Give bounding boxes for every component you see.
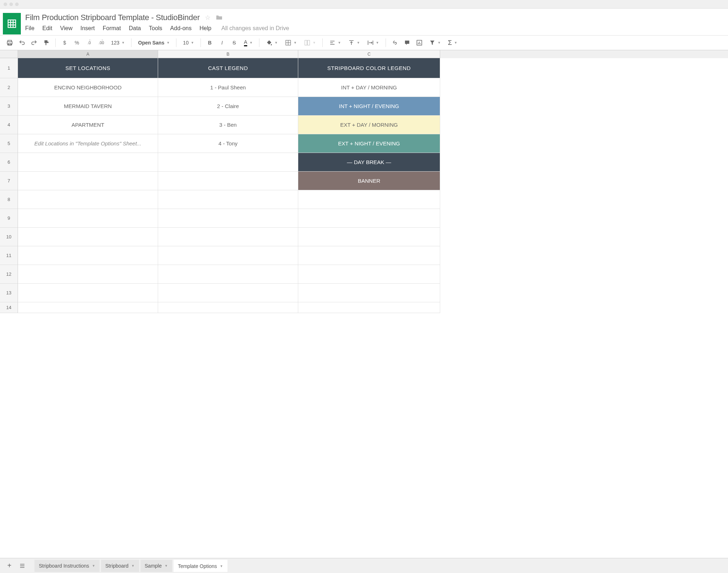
cell-c2[interactable]: INT + DAY / MORNING xyxy=(298,78,440,97)
cell-b2[interactable]: 1 - Paul Sheen xyxy=(158,78,298,97)
cell-a14[interactable] xyxy=(18,302,158,313)
text-color-dropdown[interactable]: A▼ xyxy=(241,37,255,48)
row-header-10[interactable]: 10 xyxy=(0,228,18,246)
filter-dropdown[interactable]: ▼ xyxy=(426,37,444,48)
cell-a1[interactable]: SET LOCATIONS xyxy=(18,58,158,78)
cell-a4[interactable]: APARTMENT xyxy=(18,116,158,134)
menu-format[interactable]: Format xyxy=(103,25,121,32)
menu-file[interactable]: File xyxy=(25,25,34,32)
menu-view[interactable]: View xyxy=(60,25,72,32)
cell-c4[interactable]: EXT + DAY / MORNING xyxy=(298,116,440,134)
cell-a6[interactable] xyxy=(18,153,158,172)
horizontal-align-dropdown[interactable]: ▼ xyxy=(326,37,344,48)
column-header-b[interactable]: B xyxy=(158,50,298,58)
column-header-a[interactable]: A xyxy=(18,50,158,58)
cell-c9[interactable] xyxy=(298,209,440,228)
row-header-8[interactable]: 8 xyxy=(0,190,18,209)
bold-button[interactable]: B xyxy=(204,37,215,48)
cell-a8[interactable] xyxy=(18,190,158,209)
comment-icon[interactable] xyxy=(402,37,413,48)
cell-a10[interactable] xyxy=(18,228,158,246)
window-dot-close[interactable] xyxy=(4,3,7,6)
cell-b13[interactable] xyxy=(158,284,298,302)
row-header-6[interactable]: 6 xyxy=(0,153,18,172)
window-dot-minimize[interactable] xyxy=(9,3,13,6)
italic-button[interactable]: I xyxy=(217,37,227,48)
menu-addons[interactable]: Add-ons xyxy=(170,25,192,32)
redo-icon[interactable] xyxy=(29,37,40,48)
cell-a7[interactable] xyxy=(18,172,158,190)
cell-a12[interactable] xyxy=(18,265,158,284)
decrease-decimal-button[interactable]: .0← xyxy=(84,37,95,48)
cell-a11[interactable] xyxy=(18,246,158,265)
merge-cells-dropdown[interactable]: ▼ xyxy=(301,37,319,48)
row-header-13[interactable]: 13 xyxy=(0,284,18,302)
strikethrough-button[interactable]: S xyxy=(229,37,240,48)
cell-a9[interactable] xyxy=(18,209,158,228)
cell-c7[interactable]: BANNER xyxy=(298,172,440,190)
cell-c14[interactable] xyxy=(298,302,440,313)
row-header-1[interactable]: 1 xyxy=(0,58,18,78)
cell-c5[interactable]: EXT + NIGHT / EVENING xyxy=(298,134,440,153)
paint-format-icon[interactable] xyxy=(41,37,52,48)
number-format-dropdown[interactable]: 123▼ xyxy=(108,37,128,48)
cell-b5[interactable]: 4 - Tony xyxy=(158,134,298,153)
cell-b6[interactable] xyxy=(158,153,298,172)
select-all-corner[interactable] xyxy=(0,50,18,58)
increase-decimal-button[interactable]: .00→ xyxy=(96,37,107,48)
cell-c6[interactable]: — DAY BREAK — xyxy=(298,153,440,172)
star-icon[interactable]: ☆ xyxy=(205,14,211,22)
cell-c13[interactable] xyxy=(298,284,440,302)
font-dropdown[interactable]: Open Sans▼ xyxy=(135,37,172,48)
percent-button[interactable]: % xyxy=(72,37,82,48)
cell-b12[interactable] xyxy=(158,265,298,284)
row-header-2[interactable]: 2 xyxy=(0,78,18,97)
fill-color-dropdown[interactable]: ▼ xyxy=(263,37,281,48)
menu-data[interactable]: Data xyxy=(129,25,141,32)
cell-b14[interactable] xyxy=(158,302,298,313)
folder-icon[interactable] xyxy=(216,14,223,22)
cell-b7[interactable] xyxy=(158,172,298,190)
row-header-5[interactable]: 5 xyxy=(0,134,18,153)
sheets-app-icon[interactable] xyxy=(3,13,21,34)
link-icon[interactable] xyxy=(390,37,400,48)
cell-b3[interactable]: 2 - Claire xyxy=(158,97,298,116)
row-header-9[interactable]: 9 xyxy=(0,209,18,228)
cell-c12[interactable] xyxy=(298,265,440,284)
cell-b9[interactable] xyxy=(158,209,298,228)
currency-button[interactable]: $ xyxy=(59,37,70,48)
row-header-12[interactable]: 12 xyxy=(0,265,18,284)
cell-b10[interactable] xyxy=(158,228,298,246)
font-size-dropdown[interactable]: 10▼ xyxy=(180,37,197,48)
row-header-7[interactable]: 7 xyxy=(0,172,18,190)
vertical-align-dropdown[interactable]: ▼ xyxy=(345,37,363,48)
cell-c1[interactable]: STRIPBOARD COLOR LEGEND xyxy=(298,58,440,78)
cell-b8[interactable] xyxy=(158,190,298,209)
cell-a13[interactable] xyxy=(18,284,158,302)
cell-b11[interactable] xyxy=(158,246,298,265)
menu-insert[interactable]: Insert xyxy=(80,25,95,32)
text-wrap-dropdown[interactable]: ▼ xyxy=(364,37,382,48)
cell-c8[interactable] xyxy=(298,190,440,209)
print-icon[interactable] xyxy=(4,37,15,48)
document-title[interactable]: Film Production Stripboard Template - St… xyxy=(25,13,200,22)
borders-dropdown[interactable]: ▼ xyxy=(282,37,300,48)
column-header-c[interactable]: C xyxy=(298,50,440,58)
cell-c11[interactable] xyxy=(298,246,440,265)
undo-icon[interactable] xyxy=(17,37,27,48)
cell-a3[interactable]: MERMAID TAVERN xyxy=(18,97,158,116)
cell-c10[interactable] xyxy=(298,228,440,246)
menu-edit[interactable]: Edit xyxy=(42,25,52,32)
row-header-11[interactable]: 11 xyxy=(0,246,18,265)
cell-b4[interactable]: 3 - Ben xyxy=(158,116,298,134)
menu-tools[interactable]: Tools xyxy=(149,25,162,32)
row-header-3[interactable]: 3 xyxy=(0,97,18,116)
chart-icon[interactable] xyxy=(414,37,425,48)
functions-dropdown[interactable]: Σ▼ xyxy=(445,37,460,48)
cell-a2[interactable]: ENCINO NEIGHBORHOOD xyxy=(18,78,158,97)
window-dot-maximize[interactable] xyxy=(15,3,19,6)
cell-b1[interactable]: CAST LEGEND xyxy=(158,58,298,78)
cell-c3[interactable]: INT + NIGHT / EVENING xyxy=(298,97,440,116)
cell-a5[interactable]: Edit Locations in "Template Options" She… xyxy=(18,134,158,153)
menu-help[interactable]: Help xyxy=(199,25,211,32)
